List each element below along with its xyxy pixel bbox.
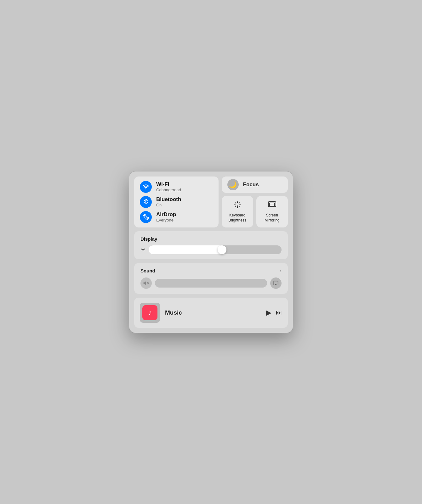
svg-rect-14 <box>270 203 275 206</box>
control-center: Wi-Fi Cabbageroad Bluetooth On <box>129 171 293 333</box>
sun-icon: ☀ <box>140 246 145 253</box>
sound-label: Sound <box>140 268 155 273</box>
brightness-thumb[interactable] <box>218 245 226 254</box>
airplay-icon <box>273 280 279 286</box>
airdrop-name: AirDrop <box>156 211 176 218</box>
mute-icon <box>143 280 149 286</box>
network-tile: Wi-Fi Cabbageroad Bluetooth On <box>134 176 219 227</box>
keyboard-brightness-tile[interactable]: Keyboard Brightness <box>222 196 253 227</box>
moon-icon: 🌙 <box>227 179 239 190</box>
bluetooth-icon-circle <box>140 196 152 208</box>
sound-header: Sound › <box>140 268 282 274</box>
airdrop-sub: Everyone <box>156 218 176 223</box>
music-tile: ♪ Music ▶ ⏭ <box>134 298 288 328</box>
wifi-icon-circle <box>140 181 152 193</box>
keyboard-brightness-label: Keyboard Brightness <box>224 213 251 223</box>
display-label: Display <box>140 236 282 242</box>
music-app-icon: ♪ <box>142 305 157 320</box>
focus-label: Focus <box>243 182 259 188</box>
screen-mirroring-label: Screen Mirroring <box>259 213 285 223</box>
svg-point-0 <box>145 188 146 189</box>
svg-point-1 <box>145 216 147 218</box>
brightness-fill <box>149 245 226 254</box>
keyboard-brightness-icon <box>233 200 242 210</box>
svg-line-8 <box>239 203 239 203</box>
wifi-name: Wi-Fi <box>156 181 181 188</box>
wifi-text: Wi-Fi Cabbageroad <box>156 181 181 193</box>
music-album-art: ♪ <box>140 303 160 323</box>
sound-controls <box>140 277 282 289</box>
svg-line-6 <box>235 203 236 203</box>
sound-tile: Sound › <box>134 263 288 294</box>
music-note-icon: ♪ <box>148 308 152 317</box>
bluetooth-sub: On <box>156 203 181 208</box>
airdrop-item[interactable]: AirDrop Everyone <box>140 211 213 223</box>
screen-mirroring-icon <box>268 200 277 210</box>
volume-slider[interactable] <box>155 279 267 288</box>
skip-forward-button[interactable]: ⏭ <box>276 309 282 316</box>
music-controls: ▶ ⏭ <box>266 309 282 317</box>
wifi-icon <box>142 183 149 190</box>
play-button[interactable]: ▶ <box>266 309 271 317</box>
small-tiles-row: Keyboard Brightness Screen Mirroring <box>222 196 288 227</box>
right-col: 🌙 Focus <box>222 176 288 227</box>
bluetooth-name: Bluetooth <box>156 196 181 203</box>
airdrop-icon-circle <box>140 211 152 223</box>
bluetooth-icon <box>143 199 149 205</box>
brightness-slider-row: ☀ <box>140 245 282 254</box>
display-tile: Display ☀ <box>134 231 288 259</box>
wifi-sub: Cabbageroad <box>156 188 181 193</box>
mute-button[interactable] <box>140 277 152 289</box>
focus-tile[interactable]: 🌙 Focus <box>222 176 288 193</box>
airdrop-icon <box>142 214 149 221</box>
top-row: Wi-Fi Cabbageroad Bluetooth On <box>134 176 288 227</box>
bluetooth-item[interactable]: Bluetooth On <box>140 196 213 208</box>
bluetooth-text: Bluetooth On <box>156 196 181 208</box>
screen-mirroring-tile[interactable]: Screen Mirroring <box>256 196 288 227</box>
wifi-item[interactable]: Wi-Fi Cabbageroad <box>140 181 213 193</box>
chevron-right-icon[interactable]: › <box>280 268 282 274</box>
music-title: Music <box>165 309 261 316</box>
airdrop-text: AirDrop Everyone <box>156 211 176 223</box>
brightness-slider[interactable] <box>149 245 282 254</box>
airplay-button[interactable] <box>270 277 282 289</box>
